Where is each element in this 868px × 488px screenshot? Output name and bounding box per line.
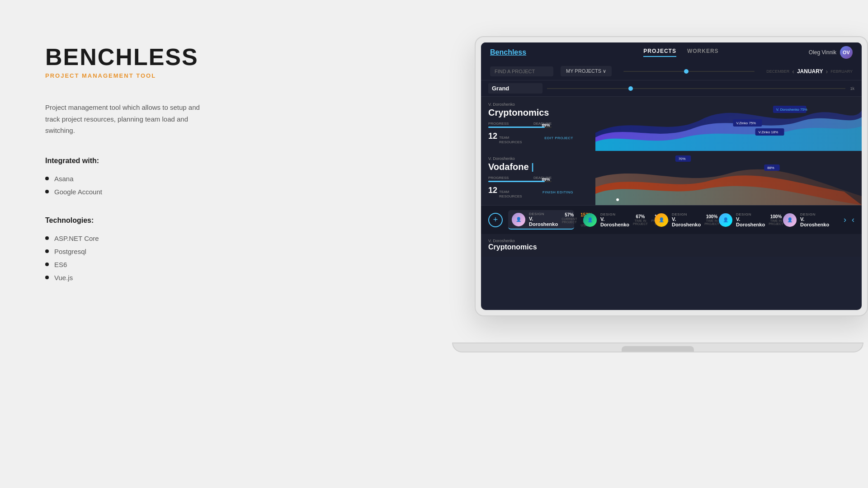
list-item: ES6: [45, 258, 235, 271]
avatar-3: 👤: [655, 213, 668, 227]
edit-project-button-1[interactable]: EDIT PROJECT: [544, 136, 573, 140]
bullet-icon: [45, 276, 49, 279]
worker-card-2[interactable]: 👤 DESIGN V. Doroshenko 67% TIME IN PROJE…: [580, 211, 646, 229]
avatar-5: 👤: [783, 213, 797, 227]
laptop-screen: Benchless PROJECTS WORKERS Oleg Vinnik O…: [481, 42, 862, 310]
worker-card-3[interactable]: 👤 DESIGN V. Doroshenko 100% TIME IN PROJ…: [651, 211, 710, 229]
worker-info-3: DESIGN V. Doroshenko: [672, 212, 701, 227]
scroll-right-button[interactable]: ›: [844, 215, 846, 225]
worker-role-2: DESIGN: [600, 212, 629, 216]
right-panel: Benchless PROJECTS WORKERS Oleg Vinnik O…: [461, 36, 868, 352]
worker-card-4[interactable]: 👤 DESIGN V. Doroshenko 100% TIME IN PROJ…: [715, 211, 774, 229]
wave-chart-1: V. Doroshenko 75% V.Zinko 75% V.Zinko 18…: [595, 97, 862, 151]
scroll-left-button[interactable]: ‹: [852, 215, 854, 225]
tick-label: 1k: [850, 86, 854, 91]
grand-input[interactable]: [488, 83, 542, 94]
worker-name-3: V. Doroshenko: [672, 216, 701, 227]
progress-track-1: 89%: [488, 127, 552, 128]
top-nav: Benchless PROJECTS WORKERS Oleg Vinnik O…: [481, 42, 862, 62]
worker-name-4: V. Doroshenko: [736, 216, 765, 227]
svg-text:88%: 88%: [767, 166, 774, 170]
nav-logo[interactable]: Benchless: [490, 48, 526, 56]
integrations-heading: Integrated with:: [45, 157, 235, 165]
add-worker-button[interactable]: +: [488, 213, 503, 227]
avatar: OV: [840, 46, 853, 59]
nav-link-workers[interactable]: WORKERS: [687, 48, 719, 57]
laptop-notch: [622, 346, 694, 352]
stat-value-1a: 57%: [561, 212, 577, 217]
progress-track-2: 89%: [488, 181, 552, 182]
project-name-1: Cryptonomics: [488, 108, 573, 118]
worker-row: + 👤 DESIGN V. Doroshenko 57% CURRENT PRO…: [481, 205, 862, 234]
worker-card-1[interactable]: 👤 DESIGN V. Doroshenko 57% CURRENT PROJE…: [508, 210, 574, 230]
team-label-1: TEAM RESOURCES: [499, 136, 522, 144]
stat-value-2a: 67%: [633, 214, 648, 219]
worker-role-5: DESIGN: [800, 212, 835, 216]
svg-text:V.Zinko 75%: V.Zinko 75%: [736, 121, 756, 125]
wave-chart-2: 70% 88%: [595, 151, 862, 205]
worker-info-1: DESIGN V. Doroshenko: [529, 212, 558, 227]
search-input[interactable]: [490, 66, 553, 76]
team-count-2: 12: [488, 186, 497, 195]
list-item: Google Account: [45, 185, 235, 198]
grand-row: 1k: [481, 80, 862, 97]
list-item: Postgresql: [45, 245, 235, 258]
project-card-cryptonomics: V. Doroshenko Cryptonomics PROGRESS DEAD…: [481, 97, 862, 151]
left-panel: BENCHLESS PROJECT MANAGEMENT TOOL Projec…: [45, 45, 235, 302]
project-header-1: V. Doroshenko Cryptonomics PROGRESS DEAD…: [481, 97, 580, 151]
worker-info-5: DESIGN V. Doroshenko: [800, 212, 835, 227]
app-ui: Benchless PROJECTS WORKERS Oleg Vinnik O…: [481, 42, 862, 310]
bullet-icon: [45, 249, 49, 253]
project-card-vodafone: V. Doroshenko Vodafone | PROGRESS DEADLI…: [481, 151, 862, 205]
worker-info-2: DESIGN V. Doroshenko: [600, 212, 629, 227]
list-item: Asana: [45, 172, 235, 185]
progress-label-2: PROGRESS: [488, 176, 509, 180]
worker-stat-current-1: 57% CURRENT PROJECT: [561, 212, 577, 227]
project-name-2: Vodafone |: [488, 162, 573, 172]
progress-container-1: PROGRESS DEADLINE 89%: [488, 122, 552, 128]
worker-name-1: V. Doroshenko: [529, 216, 558, 227]
nav-username: Oleg Vinnik: [809, 49, 836, 56]
progress-fill-2: 89%: [488, 181, 545, 182]
progress-value-2: 89%: [542, 177, 550, 182]
mini-project-name: Cryptonomics: [488, 243, 854, 251]
team-label-2: TEAM RESOURCES: [499, 190, 522, 198]
worker-role-3: DESIGN: [672, 212, 701, 216]
worker-card-5[interactable]: 👤 DESIGN V. Doroshenko: [779, 211, 838, 229]
svg-text:V. Doroshenko 75%: V. Doroshenko 75%: [776, 108, 807, 112]
bullet-icon: [45, 263, 49, 266]
edit-project-button-2[interactable]: FINISH EDITING: [542, 190, 573, 194]
project-card-cryptonomics-2: V. Doroshenko Cryptonomics: [481, 234, 862, 257]
stat-label-2a: TIME IN PROJECT: [633, 219, 648, 225]
bullet-icon: [45, 177, 49, 180]
description: Project management tool which allows to …: [45, 102, 208, 136]
filter-bar: MY PROJECTS ∨ DECEMBER ‹ JANUARY › FEBRU…: [481, 62, 862, 80]
project-person-2: V. Doroshenko: [488, 156, 573, 161]
team-count-1: 12: [488, 131, 497, 141]
integrations-list: Asana Google Account: [45, 172, 235, 198]
timeline-next-button[interactable]: ›: [826, 68, 828, 75]
project-person-1: V. Doroshenko: [488, 102, 573, 107]
nav-user: Oleg Vinnik OV: [809, 46, 853, 59]
laptop-base: [452, 343, 863, 352]
worker-role-4: DESIGN: [736, 212, 765, 216]
worker-name-2: V. Doroshenko: [600, 216, 629, 227]
my-projects-button[interactable]: MY PROJECTS ∨: [561, 66, 612, 76]
avatar-4: 👤: [719, 213, 732, 227]
brand-subtitle: PROJECT MANAGEMENT TOOL: [45, 72, 235, 79]
worker-info-4: DESIGN V. Doroshenko: [736, 212, 765, 227]
nav-links: PROJECTS WORKERS: [553, 48, 809, 57]
technologies-list: ASP.NET Core Postgresql ES6 Vue.js: [45, 232, 235, 284]
nav-link-projects[interactable]: PROJECTS: [643, 48, 676, 57]
timeline-prev-button[interactable]: ‹: [792, 68, 794, 75]
progress-value-1: 89%: [542, 123, 550, 127]
stat-label-1a: CURRENT PROJECT: [561, 217, 577, 224]
progress-label-1: PROGRESS: [488, 122, 509, 126]
timeline-current-month: JANUARY: [797, 68, 823, 75]
list-item: ASP.NET Core: [45, 232, 235, 245]
technologies-heading: Technologies:: [45, 216, 235, 225]
brand-title: BENCHLESS: [45, 45, 235, 69]
timeline-prev: DECEMBER: [766, 69, 789, 74]
svg-text:V.Zinko 18%: V.Zinko 18%: [758, 130, 778, 134]
worker-name-5: V. Doroshenko: [800, 216, 835, 227]
